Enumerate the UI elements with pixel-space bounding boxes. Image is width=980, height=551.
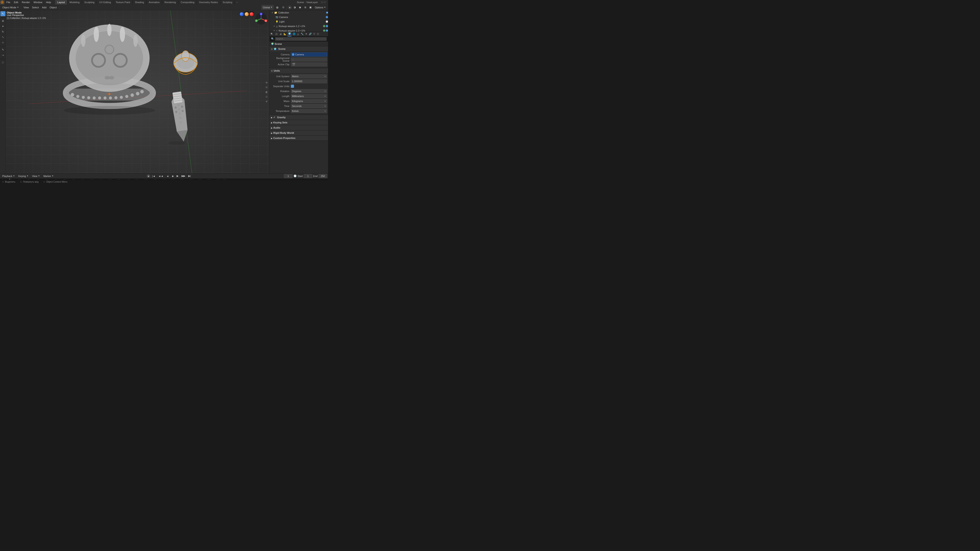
add-menu[interactable]: Add: [41, 5, 48, 10]
vp-icon-1[interactable]: ⊞: [264, 80, 269, 84]
tool-select[interactable]: ↖: [0, 11, 5, 16]
units-section-header[interactable]: Units: [270, 68, 328, 73]
props-tab-data[interactable]: ▽: [313, 32, 316, 37]
main-viewport[interactable]: Object Mode User Perspective (1) Collect…: [6, 10, 269, 173]
tab-geometry-nodes[interactable]: Geometry Nodes: [197, 0, 220, 5]
start-frame-input[interactable]: 1: [304, 174, 312, 178]
mass-select[interactable]: Kilograms ▼: [291, 99, 327, 103]
tool-scale[interactable]: ⤡: [0, 35, 5, 40]
tool-measure[interactable]: ⊸: [0, 53, 5, 58]
tree-item-collection[interactable]: ▼ 📁 Collection 👁: [270, 10, 328, 15]
menu-file[interactable]: File: [5, 0, 12, 4]
middle-mouse-icon: 🖱: [20, 181, 22, 183]
global-selector[interactable]: Global ▼: [261, 5, 274, 10]
menu-edit[interactable]: Edit: [12, 0, 20, 4]
props-tab-material[interactable]: ⬡: [316, 32, 320, 37]
search-input-props[interactable]: [275, 37, 327, 41]
tab-shading[interactable]: Shading: [133, 0, 146, 5]
current-frame-input[interactable]: 1: [284, 174, 293, 178]
props-tab-modifier[interactable]: 🔧: [300, 32, 304, 37]
playback-menu[interactable]: Playback ▼: [1, 174, 16, 179]
marker-menu[interactable]: Marker ▼: [42, 174, 55, 179]
object-menu[interactable]: Object: [48, 5, 58, 10]
tree-vis-camera[interactable]: 👁: [326, 12, 328, 14]
background-scene-value[interactable]: ⌂: [291, 57, 327, 62]
viewport-shading-solid[interactable]: ●: [288, 5, 292, 10]
props-tab-world[interactable]: 🌐: [292, 32, 296, 37]
vp-icon-4[interactable]: ⊡: [264, 95, 269, 98]
props-tab-constraints[interactable]: 🔗: [308, 32, 312, 37]
tab-uv-editing[interactable]: UV Editing: [97, 0, 113, 5]
tab-scripting[interactable]: Scripting: [220, 0, 235, 5]
props-tab-output[interactable]: 🖨: [279, 32, 283, 37]
mode-selector[interactable]: Object Mode ▼: [1, 5, 20, 10]
tab-sculpting[interactable]: Sculpting: [82, 0, 97, 5]
tab-compositing[interactable]: Compositing: [178, 0, 197, 5]
keying-menu[interactable]: Keying ▼: [17, 174, 30, 179]
proportional-edit-icon[interactable]: ⊙: [281, 5, 286, 10]
tool-move[interactable]: ✦: [0, 24, 5, 29]
tool-add-cube[interactable]: □: [0, 60, 5, 65]
unit-system-select[interactable]: Metric ▼: [291, 74, 327, 78]
view-menu-tl[interactable]: View ▼: [31, 174, 41, 179]
scene-section-header[interactable]: 🌍 Scene: [270, 46, 328, 51]
vp-icon-2[interactable]: ⊟: [264, 85, 269, 89]
custom-props-section-header[interactable]: Custom Properties: [270, 135, 328, 141]
jump-end-btn[interactable]: ▶|: [187, 174, 192, 179]
snap-icon[interactable]: ⊕: [275, 5, 280, 10]
viewport-xray-btn[interactable]: ▣: [308, 5, 313, 10]
props-tab-view-layer[interactable]: 📐: [283, 32, 287, 37]
separate-units-checkbox[interactable]: ✓: [291, 85, 294, 88]
rigid-body-section-header[interactable]: Rigid Body World: [270, 130, 328, 135]
viewport-shading-material[interactable]: ◑: [292, 5, 297, 10]
record-btn[interactable]: ●: [147, 174, 150, 178]
gravity-section-header[interactable]: ✓ Gravity: [270, 115, 328, 120]
unit-scale-value[interactable]: 1.000000: [291, 79, 327, 83]
tree-item-light[interactable]: ▶ 💡 Light: [270, 19, 328, 24]
vp-icon-5[interactable]: ⊕: [264, 99, 269, 103]
vp-icon-3[interactable]: ◧: [264, 90, 269, 94]
temperature-select[interactable]: Kelvin ▼: [291, 109, 327, 113]
camera-value[interactable]: Camera: [291, 52, 327, 57]
keying-sets-section-header[interactable]: Keying Sets: [270, 120, 328, 125]
tab-layout[interactable]: Layout: [55, 0, 67, 5]
options-btn[interactable]: Options ▼: [313, 5, 327, 10]
stop-btn[interactable]: ■: [170, 174, 175, 179]
viewport-overlay-btn[interactable]: ⊞: [303, 5, 307, 10]
props-tab-particles[interactable]: ✦: [305, 32, 308, 37]
props-tab-scene[interactable]: 🌍: [288, 32, 291, 37]
step-back-btn[interactable]: ◄◄: [157, 174, 165, 179]
tool-transform[interactable]: ⊹: [0, 40, 5, 45]
audio-section-header[interactable]: Audio: [270, 125, 328, 130]
view-menu[interactable]: View: [22, 5, 30, 10]
tool-annotate[interactable]: ✎: [0, 47, 5, 52]
play-btn[interactable]: ▶: [175, 174, 180, 179]
play-reverse-btn[interactable]: ◄: [165, 174, 170, 179]
select-menu[interactable]: Select: [31, 5, 40, 10]
tab-texture-paint[interactable]: Texture Paint: [113, 0, 132, 5]
tab-rendering[interactable]: Rendering: [162, 0, 178, 5]
viewport-shading-rendered[interactable]: ◉: [298, 5, 302, 10]
jump-start-btn[interactable]: |◄: [151, 174, 157, 179]
tab-animation[interactable]: Animation: [146, 0, 162, 5]
rotation-select[interactable]: Degrees ▼: [291, 89, 327, 93]
time-select[interactable]: Seconds ▼: [291, 104, 327, 108]
tool-cursor[interactable]: ⊕: [0, 19, 5, 24]
step-forward-btn[interactable]: ▶▶: [180, 174, 186, 179]
props-tab-object[interactable]: △: [296, 32, 300, 37]
tree-item-mesh1[interactable]: ▼ △ Кольцо кюшон 1.2 +1%: [270, 24, 328, 29]
separate-units-row: Separate Units ✓: [270, 84, 327, 89]
tree-item-camera[interactable]: ▶ 📷 Camera: [270, 15, 328, 19]
end-frame-input[interactable]: 250: [318, 174, 327, 178]
gizmo[interactable]: Z X Y: [255, 12, 268, 25]
menu-window[interactable]: Window: [32, 0, 44, 4]
separate-units-label: Separate Units: [270, 85, 291, 87]
background-scene-label: Background Scene: [270, 57, 291, 62]
active-clip-value[interactable]: 🎬: [291, 62, 327, 67]
length-select[interactable]: Millimeters ▼: [291, 94, 327, 98]
menu-help[interactable]: Help: [44, 0, 53, 4]
tab-modeling[interactable]: Modeling: [67, 0, 82, 5]
tool-rotate[interactable]: ↻: [0, 29, 5, 34]
props-tab-render[interactable]: 🎥: [274, 32, 278, 37]
menu-render[interactable]: Render: [20, 0, 32, 4]
